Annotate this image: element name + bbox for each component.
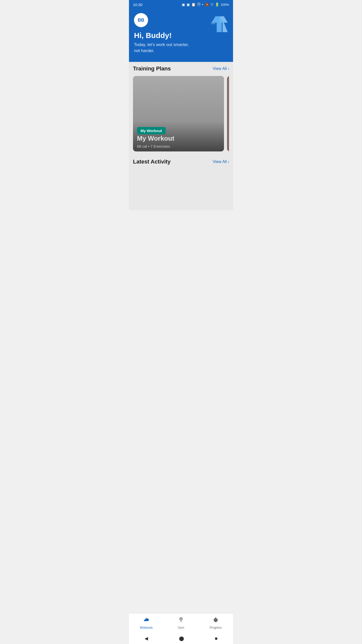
ymca-logo-svg: the YMCA: [210, 13, 228, 33]
latest-activity-header: Latest Activity View All ›: [133, 158, 229, 165]
training-card[interactable]: My Workout My Workout 68 cal • 7 Exercis…: [133, 76, 224, 151]
status-bar: 10:30 ▣ ▣ 📋 Ⓟ • 🔕 ▽ 🔋 100%: [129, 0, 233, 9]
battery-icon: 🔋: [215, 3, 219, 7]
training-card-partial: [227, 76, 229, 151]
clipboard-icon: 📋: [191, 3, 196, 7]
status-time: 10:30: [133, 3, 143, 7]
greeting-subtitle: Today, let's work out smarter, not harde…: [134, 42, 190, 54]
status-icons: ▣ ▣ 📋 Ⓟ • 🔕 ▽ 🔋 100%: [182, 2, 229, 7]
avatar-initials: BB: [138, 18, 144, 23]
battery-level: 100%: [221, 3, 229, 7]
card-title: My Workout: [137, 135, 174, 142]
chevron-right-icon: ›: [228, 66, 229, 71]
chevron-right-icon-2: ›: [228, 159, 229, 164]
ymca-logo: the YMCA: [210, 13, 228, 33]
training-plans-header: Training Plans View All ›: [133, 65, 229, 72]
wifi-icon: ▽: [211, 3, 213, 7]
sim2-icon: ▣: [187, 3, 190, 7]
payment-icon: Ⓟ: [197, 2, 201, 7]
training-plans-view-all[interactable]: View All ›: [213, 66, 229, 71]
header: BB the YMCA Hi, Buddy! Today, let's work…: [129, 9, 233, 62]
training-plans-title: Training Plans: [133, 65, 171, 72]
card-badge: My Workout: [137, 127, 166, 134]
dot-icon: •: [202, 3, 203, 7]
training-plans-scroll[interactable]: My Workout My Workout 68 cal • 7 Exercis…: [133, 76, 229, 151]
latest-activity-title: Latest Activity: [133, 158, 171, 165]
sim1-icon: ▣: [182, 3, 185, 7]
latest-activity-view-all[interactable]: View All ›: [213, 159, 229, 164]
main-content: Training Plans View All › My Workout My …: [129, 59, 233, 210]
latest-activity-section: Latest Activity View All ›: [133, 158, 229, 165]
card-meta: 68 cal • 7 Exercises: [137, 144, 170, 148]
avatar[interactable]: BB: [134, 13, 148, 27]
mute-icon: 🔕: [205, 3, 209, 7]
